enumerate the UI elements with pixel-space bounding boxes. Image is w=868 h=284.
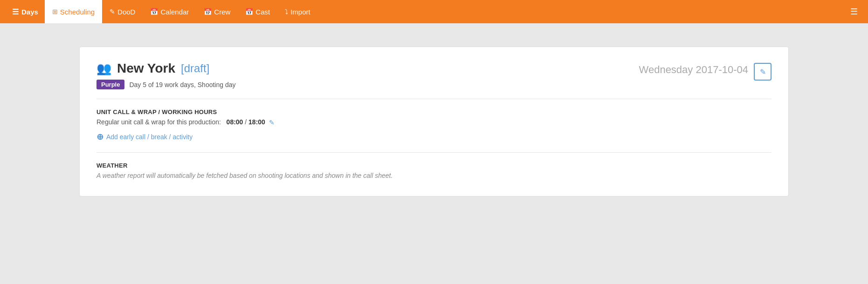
- calendar-icon: 📅: [150, 8, 158, 15]
- dood-icon: ✎: [110, 8, 115, 15]
- days-label: Days: [21, 8, 38, 16]
- scheduling-icon: ⊞: [52, 8, 58, 15]
- card-subtitle-text: Day 5 of 19 work days, Shooting day: [129, 81, 235, 88]
- card-title-area: 👥 New York [draft] Purple Day 5 of 19 wo…: [96, 61, 236, 89]
- crew-icon: 📅: [204, 8, 212, 15]
- purple-badge: Purple: [96, 80, 124, 89]
- weather-text: A weather report will automatically be f…: [96, 172, 772, 179]
- nav-item-cast[interactable]: 📅 Cast: [238, 0, 277, 23]
- import-icon: ⤵: [285, 8, 288, 15]
- main-content: 👥 New York [draft] Purple Day 5 of 19 wo…: [0, 23, 868, 220]
- unit-call-section: UNIT CALL & WRAP / WORKING HOURS Regular…: [96, 108, 772, 143]
- card-header: 👥 New York [draft] Purple Day 5 of 19 wo…: [96, 61, 772, 89]
- days-icon: ☰: [12, 7, 19, 16]
- card-title: New York: [117, 61, 175, 76]
- unit-call-text: Regular unit call & wrap for this produc…: [96, 118, 772, 126]
- cast-icon: 📅: [245, 8, 253, 15]
- card-date-area: Wednesday 2017-10-04 ✎: [639, 61, 772, 81]
- nav-label-calendar: Calendar: [160, 8, 189, 16]
- nav-label-dood: DooD: [117, 8, 135, 16]
- nav-item-scheduling[interactable]: ⊞ Scheduling: [45, 0, 102, 23]
- nav-label-scheduling: Scheduling: [60, 8, 95, 16]
- nav-label-crew: Crew: [214, 8, 230, 16]
- add-activity-link[interactable]: ⊕ Add early call / break / activity: [96, 133, 193, 141]
- card-title-row: 👥 New York [draft]: [96, 61, 236, 76]
- time-separator: /: [245, 118, 248, 126]
- card-date: Wednesday 2017-10-04: [639, 64, 748, 76]
- nav-item-dood[interactable]: ✎ DooD: [102, 0, 143, 23]
- add-activity-label: Add early call / break / activity: [106, 133, 193, 141]
- section-divider: [96, 152, 772, 153]
- card-subtitle-row: Purple Day 5 of 19 work days, Shooting d…: [96, 80, 236, 89]
- plus-circle-icon: ⊕: [96, 133, 103, 141]
- nav-item-crew[interactable]: 📅 Crew: [196, 0, 238, 23]
- unit-call-prefix: Regular unit call & wrap for this produc…: [96, 118, 221, 126]
- weather-label: WEATHER: [96, 162, 772, 169]
- location-icon: 👥: [96, 61, 111, 76]
- edit-times-button[interactable]: ✎: [267, 119, 276, 126]
- day-card: 👥 New York [draft] Purple Day 5 of 19 wo…: [79, 47, 789, 196]
- nav-label-cast: Cast: [255, 8, 270, 16]
- nav-days[interactable]: ☰ Days: [6, 0, 45, 23]
- edit-times-icon: ✎: [269, 119, 275, 126]
- hamburger-menu-icon[interactable]: ☰: [846, 7, 862, 17]
- edit-day-button[interactable]: ✎: [754, 63, 772, 81]
- edit-pencil-icon: ✎: [760, 68, 766, 76]
- nav-item-calendar[interactable]: 📅 Calendar: [143, 0, 196, 23]
- wrap-time: 18:00: [248, 118, 265, 126]
- header-divider: [96, 99, 772, 99]
- call-time: 08:00: [227, 118, 243, 126]
- unit-call-label: UNIT CALL & WRAP / WORKING HOURS: [96, 108, 772, 115]
- weather-section: WEATHER A weather report will automatica…: [96, 162, 772, 179]
- draft-badge: [draft]: [181, 62, 209, 75]
- navbar: ☰ Days ⊞ Scheduling ✎ DooD 📅 Calendar 📅 …: [0, 0, 868, 23]
- nav-label-import: Import: [290, 8, 310, 16]
- nav-item-import[interactable]: ⤵ Import: [277, 0, 318, 23]
